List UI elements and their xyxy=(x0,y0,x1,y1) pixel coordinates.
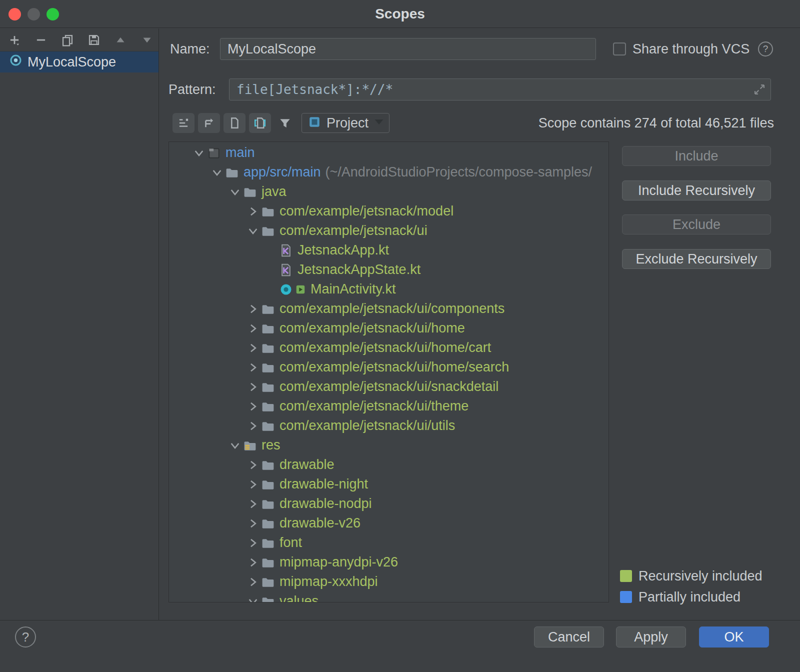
tree-row[interactable]: JetsnackAppState.kt xyxy=(169,260,608,280)
copy-scope-button[interactable] xyxy=(61,34,74,46)
chevron-icon[interactable] xyxy=(245,516,261,532)
tree-row[interactable]: app/src/main (~/AndroidStudioProjects/co… xyxy=(169,162,608,182)
node-icon xyxy=(261,594,275,603)
tree-node-label: mipmap-xxxhdpi xyxy=(280,574,378,590)
ok-button[interactable]: OK xyxy=(699,626,769,648)
tree-node-label: com/example/jetsnack/model xyxy=(280,204,454,219)
scope-list: MyLocalScope xyxy=(0,52,158,72)
show-modules-button[interactable] xyxy=(172,113,194,133)
move-down-button[interactable] xyxy=(140,34,154,46)
apply-button[interactable]: Apply xyxy=(616,626,686,648)
save-scope-button[interactable] xyxy=(88,34,100,46)
node-icon xyxy=(261,302,275,316)
tree-node-label: mipmap-anydpi-v26 xyxy=(280,554,398,570)
chevron-icon[interactable] xyxy=(245,340,261,356)
chevron-icon[interactable] xyxy=(245,457,261,473)
remove-scope-button[interactable] xyxy=(34,34,48,46)
pattern-input[interactable] xyxy=(229,78,771,100)
project-view-icon xyxy=(308,116,321,130)
scope-list-item[interactable]: MyLocalScope xyxy=(0,52,158,72)
tree-row[interactable]: main xyxy=(169,143,608,162)
chevron-icon[interactable] xyxy=(245,476,261,492)
node-icon xyxy=(261,360,275,375)
tree-node-label: values xyxy=(280,594,318,602)
flatten-packages-button[interactable] xyxy=(198,113,220,133)
tree-row[interactable]: com/example/jetsnack/model xyxy=(169,202,608,221)
chevron-icon[interactable] xyxy=(245,496,261,512)
node-icon xyxy=(261,516,275,531)
chevron-icon[interactable] xyxy=(245,379,261,395)
tree-row[interactable]: mipmap-xxxhdpi xyxy=(169,572,608,592)
chevron-icon[interactable] xyxy=(227,438,243,454)
tree-node-label: MainActivity.kt xyxy=(310,282,396,297)
chevron-icon[interactable] xyxy=(245,320,261,336)
node-icon xyxy=(261,418,275,434)
show-included-files-button[interactable] xyxy=(249,113,271,133)
node-icon xyxy=(243,438,257,453)
move-up-button[interactable] xyxy=(114,34,127,46)
filter-icon[interactable] xyxy=(276,115,294,131)
tree-node-label: JetsnackApp.kt xyxy=(298,242,389,258)
exclude-button[interactable]: Exclude xyxy=(622,214,771,234)
tree-row[interactable]: com/example/jetsnack/ui/home/search xyxy=(169,358,608,377)
show-files-button[interactable] xyxy=(224,113,246,133)
tree-row[interactable]: com/example/jetsnack/ui/home xyxy=(169,318,608,338)
tree-node-path: (~/AndroidStudioProjects/compose-samples… xyxy=(326,164,592,180)
chevron-icon[interactable] xyxy=(245,535,261,551)
tree-row[interactable]: com/example/jetsnack/ui xyxy=(169,221,608,240)
tree-node-label: java xyxy=(262,184,286,200)
help-button[interactable]: ? xyxy=(15,626,36,648)
exclude-recursively-button[interactable]: Exclude Recursively xyxy=(622,249,771,269)
tree-row[interactable]: com/example/jetsnack/ui/theme xyxy=(169,396,608,416)
view-selector-dropdown[interactable]: Project xyxy=(302,113,390,133)
help-icon[interactable]: ? xyxy=(758,42,773,56)
include-recursively-button[interactable]: Include Recursively xyxy=(622,180,771,200)
tree-row[interactable]: font xyxy=(169,533,608,552)
include-button[interactable]: Include xyxy=(622,146,771,166)
tree-row[interactable]: drawable-nodpi xyxy=(169,494,608,514)
chevron-icon[interactable] xyxy=(245,223,261,239)
chevron-icon[interactable] xyxy=(245,204,261,220)
tree-row[interactable]: values xyxy=(169,592,608,602)
scope-name-input[interactable] xyxy=(220,38,596,60)
chevron-icon[interactable] xyxy=(245,360,261,376)
tree-row[interactable]: res xyxy=(169,436,608,455)
node-icon xyxy=(261,340,275,356)
tree-row[interactable]: drawable xyxy=(169,455,608,474)
chevron-icon[interactable] xyxy=(245,574,261,590)
add-scope-button[interactable] xyxy=(8,34,21,46)
node-icon xyxy=(261,574,275,590)
tree-row[interactable]: com/example/jetsnack/ui/snackdetail xyxy=(169,377,608,396)
tree-node-label: com/example/jetsnack/ui/components xyxy=(280,301,504,316)
tree-node-label: drawable xyxy=(280,457,334,472)
tree-node-label: com/example/jetsnack/ui/home/cart xyxy=(280,340,491,356)
tree-row[interactable]: com/example/jetsnack/ui/utils xyxy=(169,416,608,436)
chevron-icon[interactable] xyxy=(245,554,261,570)
chevron-icon[interactable] xyxy=(245,301,261,317)
tree-row[interactable]: MainActivity.kt xyxy=(169,280,608,299)
node-icon xyxy=(261,536,275,550)
node-icon xyxy=(261,380,275,394)
tree-row[interactable]: com/example/jetsnack/ui/components xyxy=(169,299,608,318)
expand-pattern-icon[interactable] xyxy=(753,83,766,96)
scope-name: MyLocalScope xyxy=(28,54,116,70)
chevron-icon[interactable] xyxy=(227,184,243,200)
tree-node-label: res xyxy=(262,438,280,453)
share-vcs-checkbox[interactable] xyxy=(613,42,626,56)
tree-node-label: drawable-nodpi xyxy=(280,496,372,512)
chevron-icon[interactable] xyxy=(245,594,261,603)
tree-row[interactable]: drawable-night xyxy=(169,474,608,494)
tree-row[interactable]: java xyxy=(169,182,608,202)
chevron-icon[interactable] xyxy=(245,398,261,414)
tree-row[interactable]: JetsnackApp.kt xyxy=(169,240,608,260)
chevron-icon[interactable] xyxy=(245,418,261,434)
node-icon xyxy=(261,477,275,492)
chevron-icon[interactable] xyxy=(191,145,207,161)
pattern-label: Pattern: xyxy=(168,78,216,100)
cancel-button[interactable]: Cancel xyxy=(534,626,604,648)
partially-included-swatch xyxy=(620,591,632,603)
tree-row[interactable]: com/example/jetsnack/ui/home/cart xyxy=(169,338,608,358)
tree-row[interactable]: drawable-v26 xyxy=(169,514,608,533)
tree-row[interactable]: mipmap-anydpi-v26 xyxy=(169,552,608,572)
chevron-icon[interactable] xyxy=(209,164,225,180)
